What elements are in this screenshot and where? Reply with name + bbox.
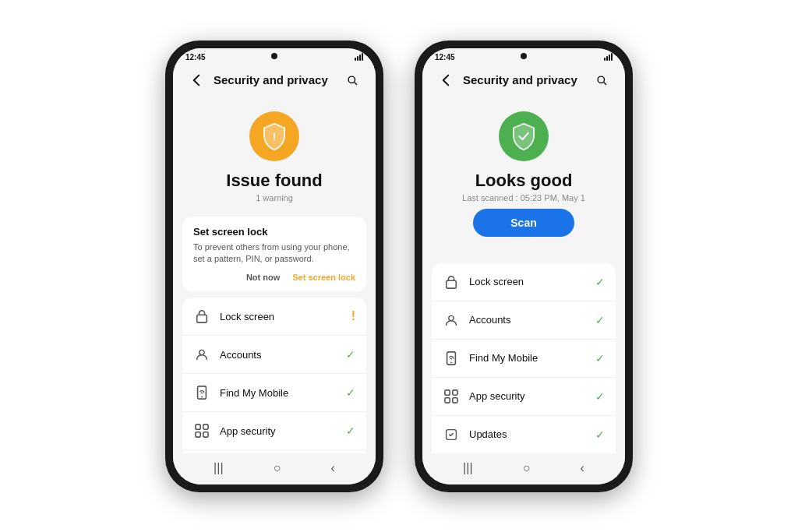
find-mobile-status-1: ✓	[346, 386, 355, 399]
recent-apps-1[interactable]: |||	[214, 461, 223, 475]
bottom-nav-2: ||| ○ ‹	[422, 453, 625, 484]
hero-title-2: Looks good	[475, 171, 573, 191]
svg-rect-8	[196, 432, 200, 437]
svg-rect-9	[203, 432, 208, 437]
svg-point-15	[450, 361, 452, 363]
phone-screen-good: 12:45 Security a	[422, 48, 625, 484]
svg-rect-16	[445, 389, 450, 394]
hero-sub-1: 1 warning	[256, 193, 293, 203]
accounts-label-2: Accounts	[469, 314, 595, 326]
phone-issue: 12:45 Security a	[165, 41, 383, 492]
phones-container: 12:45 Security a	[165, 41, 633, 492]
header-1: Security and privacy	[173, 63, 376, 97]
find-mobile-icon-1	[193, 384, 210, 401]
app-security-status-1: ✓	[346, 425, 355, 437]
time-2: 12:45	[435, 53, 455, 62]
camera-dot-1	[271, 53, 277, 59]
settings-list-1: Lock screen ! Accounts ✓	[182, 298, 366, 453]
svg-text:!: !	[273, 130, 276, 142]
svg-rect-17	[453, 389, 457, 394]
hero-sub-2: Last scanned : 05:23 PM, May 1	[462, 193, 585, 203]
home-button-2[interactable]: ○	[523, 461, 531, 475]
updates-status-2: ✓	[595, 428, 605, 441]
header-title-2: Security and privacy	[463, 73, 591, 86]
svg-point-11	[598, 76, 604, 83]
find-mobile-label-1: Find My Mobile	[220, 387, 346, 399]
updates-icon-2	[443, 426, 460, 443]
back-button-2[interactable]	[435, 69, 457, 91]
camera-dot-2	[521, 53, 527, 59]
lock-icon-2	[443, 273, 460, 291]
list-item-accounts-1[interactable]: Accounts ✓	[182, 336, 366, 374]
lock-screen-status-1: !	[351, 309, 355, 323]
bottom-nav-1: ||| ○ ‹	[173, 453, 376, 484]
list-item-updates-2[interactable]: Updates ✓	[432, 416, 616, 453]
search-button-2[interactable]	[591, 69, 613, 91]
svg-point-13	[449, 315, 454, 320]
screen-content-1: ! Issue found 1 warning Set screen lock …	[173, 97, 376, 453]
find-mobile-icon-2	[443, 350, 460, 367]
svg-rect-18	[445, 397, 450, 402]
list-item-find-mobile-1[interactable]: Find My Mobile ✓	[182, 374, 366, 412]
settings-list-2: Lock screen ✓ Accounts ✓	[432, 263, 616, 453]
svg-rect-7	[203, 425, 208, 429]
svg-rect-6	[196, 425, 200, 429]
warning-actions: Not now Set screen lock	[193, 273, 355, 282]
search-button-1[interactable]	[341, 69, 363, 91]
hero-1: ! Issue found 1 warning	[173, 97, 376, 210]
accounts-status-1: ✓	[346, 348, 355, 361]
home-button-1[interactable]: ○	[274, 461, 281, 475]
svg-point-3	[200, 351, 204, 355]
status-bar-2: 12:45	[422, 48, 625, 63]
updates-label-2: Updates	[469, 428, 595, 440]
dismiss-button[interactable]: Not now	[246, 273, 280, 282]
find-mobile-label-2: Find My Mobile	[469, 352, 595, 364]
header-title-1: Security and privacy	[214, 73, 341, 86]
recent-apps-2[interactable]: |||	[463, 461, 472, 475]
app-security-icon-1	[193, 422, 210, 439]
svg-rect-2	[197, 315, 207, 322]
app-security-label-1: App security	[220, 425, 346, 437]
accounts-icon-1	[193, 346, 210, 363]
warning-banner: Set screen lock To prevent others from u…	[182, 217, 366, 292]
list-item-lock-screen-2[interactable]: Lock screen ✓	[432, 263, 616, 301]
phone-screen-issue: 12:45 Security a	[173, 48, 376, 484]
warning-desc: To prevent others from using your phone,…	[193, 241, 355, 266]
screen-content-2: Looks good Last scanned : 05:23 PM, May …	[422, 97, 625, 453]
status-icons-1	[355, 53, 363, 61]
list-item-app-security-1[interactable]: App security ✓	[182, 412, 366, 450]
svg-point-0	[348, 76, 355, 83]
lock-screen-label-2: Lock screen	[469, 276, 595, 287]
svg-rect-19	[453, 397, 457, 402]
warning-title: Set screen lock	[193, 226, 355, 238]
set-screen-lock-button[interactable]: Set screen lock	[292, 273, 355, 282]
find-mobile-status-2: ✓	[595, 352, 605, 365]
accounts-icon-2	[443, 312, 460, 329]
accounts-label-1: Accounts	[220, 349, 346, 361]
header-2: Security and privacy	[422, 63, 625, 97]
svg-point-5	[201, 396, 203, 398]
list-item-lock-screen-1[interactable]: Lock screen !	[182, 298, 366, 336]
back-nav-1[interactable]: ‹	[331, 461, 335, 475]
list-item-accounts-2[interactable]: Accounts ✓	[432, 301, 616, 340]
app-security-icon-2	[443, 388, 460, 405]
lock-icon-1	[193, 308, 210, 325]
list-item-find-mobile-2[interactable]: Find My Mobile ✓	[432, 340, 616, 378]
signal-2	[604, 53, 613, 61]
time-1: 12:45	[185, 53, 206, 62]
signal-1	[355, 53, 363, 61]
scan-button[interactable]: Scan	[473, 209, 574, 237]
back-nav-2[interactable]: ‹	[581, 461, 584, 475]
status-icon-issue: !	[249, 111, 299, 161]
status-bar-1: 12:45	[173, 48, 376, 63]
lock-screen-status-2: ✓	[595, 276, 605, 288]
app-security-status-2: ✓	[595, 390, 605, 403]
app-security-label-2: App security	[469, 390, 595, 402]
status-icons-2	[604, 53, 613, 61]
list-item-app-security-2[interactable]: App security ✓	[432, 378, 616, 416]
hero-title-1: Issue found	[226, 171, 322, 191]
status-icon-good	[499, 111, 549, 161]
hero-2: Looks good Last scanned : 05:23 PM, May …	[422, 97, 625, 257]
phone-good: 12:45 Security a	[415, 41, 633, 492]
back-button-1[interactable]	[185, 69, 207, 91]
